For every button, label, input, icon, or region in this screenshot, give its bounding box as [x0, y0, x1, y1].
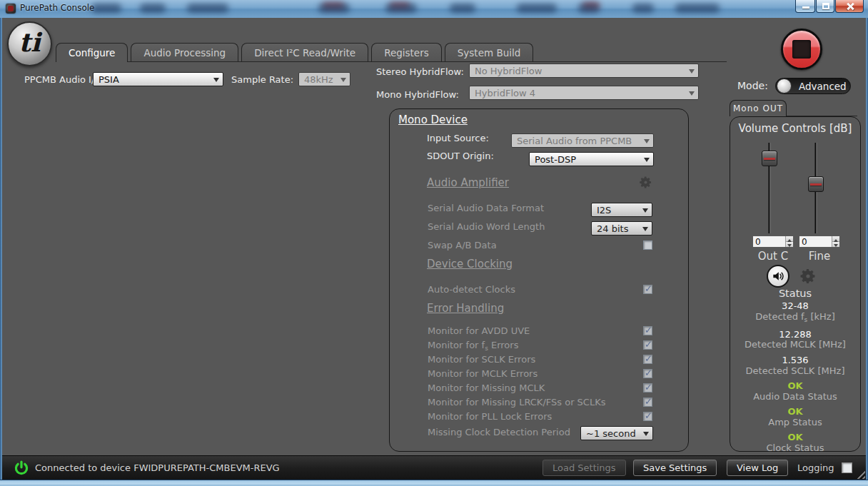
fine-spinner[interactable]	[799, 236, 840, 248]
status-readouts: Status 32-48 Detected fs [kHz] 12.288 De…	[730, 288, 860, 453]
mode-toggle-knob	[777, 79, 792, 93]
stop-button[interactable]	[781, 29, 822, 70]
serial-format-value: I2S	[597, 205, 611, 216]
detected-mclk-value: 12.288	[730, 330, 860, 340]
spin-down-icon[interactable]	[786, 242, 793, 247]
app-window: PurePath Console ti Configure Audio Proc…	[0, 0, 868, 486]
sdout-origin-label: SDOUT Origin:	[427, 151, 494, 161]
close-button[interactable]	[835, 0, 864, 13]
chevron-down-icon	[340, 78, 346, 85]
monitor-sclk-errors-checkbox[interactable]	[643, 355, 652, 364]
monitor-missing-lrck-label: Monitor for Missing LRCK/FSs or SCLKs	[428, 397, 605, 407]
ti-logo-text: ti	[9, 27, 51, 57]
tab-registers[interactable]: Registers	[371, 43, 442, 61]
mode-toggle[interactable]: Advanced	[775, 78, 851, 94]
view-log-button[interactable]: View Log	[727, 460, 788, 476]
input-source-label: Input Source:	[427, 133, 489, 143]
resize-grip[interactable]	[854, 468, 865, 479]
word-length-select[interactable]: 24 bits	[591, 221, 652, 236]
minimize-button[interactable]	[795, 0, 815, 13]
speaker-button[interactable]	[767, 265, 789, 288]
detected-mclk-label: Detected MCLK [MHz]	[730, 340, 860, 350]
tab-configure[interactable]: Configure	[56, 43, 128, 62]
mode-label: Mode:	[737, 80, 768, 91]
device-clocking-section-link[interactable]: Device Clocking	[427, 258, 513, 270]
titlebar-redaction	[450, 4, 475, 13]
titlebar-redaction	[318, 4, 350, 13]
window-border-bottom	[0, 480, 868, 486]
logging-checkbox[interactable]	[842, 462, 852, 473]
error-handling-section-link[interactable]: Error Handling	[427, 302, 504, 315]
window-controls	[794, 0, 864, 13]
titlebar-redaction	[91, 4, 121, 13]
auto-detect-clocks-checkbox[interactable]	[643, 285, 652, 294]
spinner-buttons	[832, 236, 839, 247]
fine-slider[interactable]	[807, 143, 825, 233]
maximize-button[interactable]	[816, 0, 834, 13]
missing-clock-period-value: ~1 second	[586, 428, 636, 439]
chevron-down-icon	[642, 227, 648, 234]
missing-clock-period-select[interactable]: ~1 second	[580, 426, 653, 440]
auto-detect-clocks-label: Auto-detect Clocks	[428, 284, 515, 295]
tab-system-build[interactable]: System Build	[445, 43, 534, 61]
tab-direct-i2c[interactable]: Direct I²C Read/Write	[241, 43, 368, 61]
volume-status-panel: Volume Controls [dB]	[730, 116, 861, 452]
titlebar-redaction	[517, 4, 557, 13]
fine-value-input[interactable]	[799, 236, 832, 247]
mode-value: Advanced	[799, 81, 847, 92]
titlebar-redaction	[385, 4, 417, 13]
out-c-slider-thumb[interactable]	[762, 151, 777, 166]
monitor-pll-lock-checkbox[interactable]	[643, 412, 652, 421]
minimize-icon	[802, 6, 809, 9]
gear-icon[interactable]	[799, 268, 817, 285]
audio-data-status-label: Audio Data Status	[730, 392, 860, 403]
monitor-missing-mclk-checkbox[interactable]	[643, 383, 652, 393]
out-c-slider[interactable]	[760, 143, 779, 233]
tab-audio-processing[interactable]: Audio Processing	[131, 43, 238, 61]
gear-icon[interactable]	[639, 176, 652, 189]
fine-label: Fine	[794, 250, 844, 263]
monitor-avdd-uve-checkbox[interactable]	[643, 326, 652, 335]
serial-format-label: Serial Audio Data Format	[428, 203, 544, 213]
amp-status-label: Amp Status	[730, 417, 860, 428]
load-settings-button[interactable]: Load Settings	[542, 460, 626, 476]
sdout-origin-select[interactable]: Post-DSP	[529, 152, 654, 166]
mono-hybridflow-select[interactable]: HybridFlow 4	[469, 86, 699, 100]
save-settings-button[interactable]: Save Settings	[633, 460, 717, 476]
serial-format-select[interactable]: I2S	[591, 203, 652, 217]
maximize-icon	[822, 3, 829, 9]
mono-hybridflow-value: HybridFlow 4	[475, 88, 535, 98]
spinner-buttons	[785, 236, 793, 247]
swap-ab-label: Swap A/B Data	[428, 240, 497, 250]
swap-ab-checkbox[interactable]	[643, 241, 652, 250]
tab-bar: Configure Audio Processing Direct I²C Re…	[56, 42, 727, 62]
stereo-hybridflow-select[interactable]: No HybridFlow	[469, 64, 699, 78]
monitor-fs-errors-checkbox[interactable]	[643, 340, 652, 350]
out-c-label: Out C	[745, 250, 802, 263]
chevron-down-icon	[689, 69, 695, 76]
sample-rate-select[interactable]: 48kHz	[298, 72, 350, 86]
chevron-down-icon	[213, 78, 219, 85]
ppcmb-audio-io-select[interactable]: PSIA	[93, 72, 223, 86]
spin-down-icon[interactable]	[832, 242, 839, 247]
sample-rate-label: Sample Rate:	[231, 74, 293, 85]
spin-up-icon[interactable]	[832, 236, 839, 242]
fine-slider-thumb[interactable]	[808, 176, 824, 192]
titlebar-redaction	[140, 4, 166, 13]
monitor-avdd-uve-label: Monitor for AVDD UVE	[428, 325, 530, 336]
monitor-mclk-errors-checkbox[interactable]	[643, 369, 652, 378]
input-source-select[interactable]: Serial Audio from PPCMB	[511, 133, 654, 148]
monitor-sclk-errors-label: Monitor for SCLK Errors	[428, 354, 535, 365]
logging-label: Logging	[797, 462, 834, 473]
mono-device-title: Mono Device	[398, 113, 468, 126]
spin-up-icon[interactable]	[786, 236, 793, 242]
titlebar[interactable]: PurePath Console	[0, 0, 868, 18]
tab-mono-out[interactable]: Mono OUT	[730, 100, 787, 116]
missing-clock-period-label: Missing Clock Detection Period	[428, 427, 570, 437]
audio-amplifier-section-link[interactable]: Audio Amplifier	[427, 176, 509, 189]
volume-controls-title: Volume Controls [dB]	[730, 122, 860, 135]
audio-data-status-badge: OK	[730, 381, 860, 392]
out-c-value-input[interactable]	[753, 236, 785, 247]
monitor-missing-lrck-checkbox[interactable]	[643, 398, 652, 407]
out-c-spinner[interactable]	[752, 236, 794, 248]
